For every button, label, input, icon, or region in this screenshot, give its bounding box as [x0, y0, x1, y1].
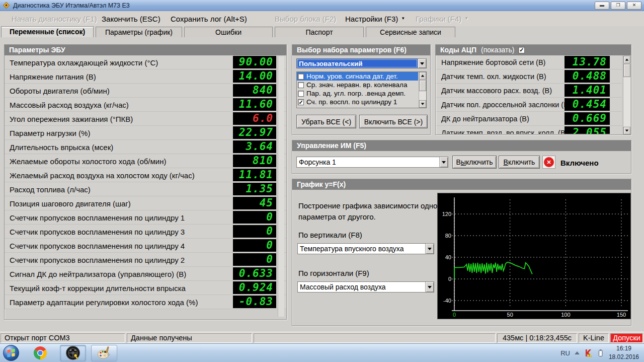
- start-button[interactable]: [2, 344, 20, 362]
- scroll-down-button[interactable]: [623, 127, 630, 134]
- hidden-icons-arrow[interactable]: [575, 351, 580, 354]
- scroll-up-button[interactable]: [623, 56, 630, 63]
- menubar: Начать диагностику (F1)Закончить (ESC)Со…: [0, 11, 644, 26]
- ecu-row-value: 0: [233, 225, 276, 238]
- checkbox[interactable]: [298, 91, 304, 97]
- checkbox[interactable]: [298, 74, 304, 80]
- menu-item-label: Выбор блока (F2): [275, 15, 336, 23]
- taskbar-diagnostics-button[interactable]: [60, 345, 86, 361]
- ecu-row-value: -0.83: [233, 296, 276, 308]
- im-combo-arrow-button[interactable]: [439, 157, 448, 167]
- im-indicator-button[interactable]: ✕: [542, 156, 555, 169]
- menu-item-1: Начать диагностику (F1): [12, 11, 97, 26]
- taskbar-chrome-button[interactable]: [27, 345, 53, 361]
- adc-codes-header: Коды АЦП (показать) ✓: [436, 45, 631, 55]
- ecu-row-label: Текущий коэф-т коррекции длительности вп…: [10, 283, 186, 292]
- minimize-button[interactable]: ▬: [595, 2, 609, 10]
- param-list: Норм. уров. сигнала дат. дет.Ср. знач. н…: [296, 71, 427, 108]
- antivirus-tray-icon[interactable]: [584, 349, 592, 357]
- param-set-combo[interactable]: Пользовательский: [296, 58, 427, 68]
- vertical-combo-arrow-button[interactable]: [425, 244, 434, 254]
- im-control-header: Управление ИМ (F5): [292, 140, 631, 151]
- tab-4[interactable]: Паспорт: [275, 27, 364, 37]
- menu-item-4: Выбор блока (F2): [275, 11, 336, 26]
- ecu-row-value: 840: [233, 84, 276, 97]
- checkbox[interactable]: [298, 82, 304, 88]
- include-all-button[interactable]: Включить ВСЕ (>): [359, 115, 428, 128]
- im-off-button[interactable]: Выключить: [452, 156, 497, 169]
- scroll-thumb[interactable]: [419, 80, 426, 91]
- horizontal-param-combo[interactable]: Массовый расход воздуха: [297, 281, 434, 293]
- svg-text:120: 120: [442, 211, 451, 217]
- svg-text:40: 40: [445, 254, 451, 260]
- adc-row-value: 0.488: [565, 70, 610, 83]
- adc-row-label: Напряжение бортовой сети (В): [441, 58, 545, 66]
- ecu-row: Длительность впрыска (мсек)3.64: [5, 140, 286, 154]
- scroll-thumb[interactable]: [623, 64, 630, 77]
- vertical-param-value: Температура впускного воздуха: [298, 244, 425, 254]
- remove-all-button[interactable]: Убрать ВСЕ (<): [296, 115, 356, 128]
- taskbar-paint-button[interactable]: [91, 345, 117, 361]
- scroll-down-button[interactable]: [419, 100, 426, 108]
- svg-text:150: 150: [617, 312, 626, 318]
- menu-item-2[interactable]: Закончить (ESC): [102, 11, 160, 26]
- ecu-row: Счетчик пропусков воспламенения по цилин…: [5, 253, 286, 267]
- statusbar: Открыт порт COM3Данные получены435мс | 0…: [0, 332, 644, 343]
- status-segment-1: Открыт порт COM3: [1, 333, 125, 343]
- adc-row-label: Датчик пол. дроссельной заслонки (В): [441, 101, 571, 109]
- menu-item-label: Настройки (F3): [345, 15, 398, 23]
- adc-scrollbar[interactable]: [623, 56, 630, 134]
- language-indicator[interactable]: RU: [560, 349, 570, 357]
- tab-5[interactable]: Сервисные записи: [366, 27, 455, 37]
- ecu-row-label: Параметр адаптации регулировки холостого…: [10, 298, 198, 306]
- ecu-row-label: Счетчик пропусков воспламенения по цилин…: [10, 213, 185, 222]
- im-combo[interactable]: Форсунка 1: [296, 157, 448, 168]
- chrome-icon: [33, 345, 48, 360]
- adc-rows: Напряжение бортовой сети (В)13.78Датчик …: [436, 55, 622, 134]
- adc-row-value: 0.669: [565, 112, 610, 125]
- ecu-row-label: Параметр нагрузки (%): [10, 128, 90, 137]
- ecu-row: Текущий коэф-т коррекции длительности вп…: [5, 281, 286, 295]
- status-segment-3: [254, 333, 496, 343]
- param-list-scrollbar[interactable]: [419, 72, 426, 108]
- ecu-row: Напряжение питания (В)14.00: [5, 69, 286, 84]
- restore-button[interactable]: ❐: [611, 2, 625, 10]
- close-button[interactable]: ✕: [627, 2, 641, 10]
- status-segment-6[interactable]: Допуски: [610, 333, 643, 343]
- menu-item-5[interactable]: Настройки (F3)▼: [345, 11, 405, 26]
- param-set-combo-arrow-button[interactable]: [418, 59, 426, 68]
- adc-row: ДК до нейтрализатора (В)0.669: [436, 112, 622, 126]
- param-list-item[interactable]: ✓Сч. пр. воспл. по цилиндру 1: [297, 98, 418, 106]
- tab-1[interactable]: Переменные (список): [1, 26, 94, 37]
- ecu-row-value: 11.60: [233, 98, 276, 111]
- ecu-row-value: 0.633: [233, 267, 276, 280]
- vertical-param-combo[interactable]: Температура впускного воздуха: [297, 243, 434, 254]
- ecu-scrollbar[interactable]: [278, 56, 284, 317]
- ecu-row: Массовый расход воздуха (кг/час)11.60: [5, 98, 286, 112]
- param-list-item-label: Ср. знач. неравн. вр. коленвала: [306, 81, 407, 89]
- horizontal-combo-arrow-button[interactable]: [425, 282, 434, 292]
- checkbox[interactable]: ✓: [298, 99, 304, 105]
- tab-2[interactable]: Параметры (график): [96, 27, 182, 37]
- status-segment-4: 435мс | 0:18:23,455с: [497, 333, 577, 343]
- ecu-row-value: 0: [233, 239, 276, 252]
- ecu-row-value: 90.00: [233, 56, 276, 68]
- param-list-item[interactable]: Ср. знач. неравн. вр. коленвала: [297, 81, 418, 89]
- battery-tray-icon[interactable]: [597, 349, 604, 357]
- arrow-up-icon: [421, 75, 424, 77]
- ecu-row: Счетчик пропусков воспламенения по цилин…: [5, 210, 286, 225]
- clock[interactable]: 16:19 18.02.2016: [609, 344, 639, 361]
- param-list-item[interactable]: Норм. уров. сигнала дат. дет.: [297, 72, 418, 81]
- ecu-row: Параметр нагрузки (%)22.97: [5, 126, 286, 140]
- scroll-up-button[interactable]: [419, 72, 426, 80]
- im-on-button[interactable]: Включить: [499, 156, 540, 169]
- ecu-row-value: 0: [233, 211, 276, 224]
- desktop: Диагностика ЭБУ Итэлма/Автэл М73 Е3 ▬ ❐ …: [0, 0, 644, 362]
- param-list-item[interactable]: Пар. ад. угл. погр. .венца демп.: [297, 89, 418, 98]
- adc-show-checkbox[interactable]: ✓: [518, 47, 525, 53]
- menu-item-3[interactable]: Сохранить лог (Alt+S): [171, 11, 247, 26]
- tab-3[interactable]: Ошибки: [184, 27, 273, 37]
- chevron-down-icon: ▼: [464, 17, 468, 21]
- graph-header: График y=F(x): [292, 179, 631, 190]
- param-list-item-label: Норм. уров. сигнала дат. дет.: [306, 73, 398, 80]
